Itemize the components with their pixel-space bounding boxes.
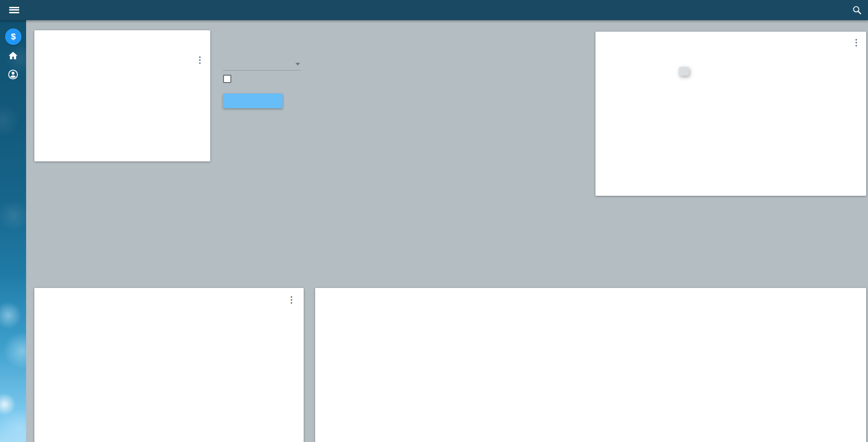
dollar-icon[interactable]: $ — [5, 28, 22, 45]
x-axis-labels — [76, 128, 208, 151]
kebab-menu-icon[interactable]: ⋮ — [287, 296, 296, 304]
chart-select-dropdown[interactable] — [223, 59, 301, 71]
chart-card: ⋮ — [34, 30, 210, 161]
person-icon[interactable] — [7, 69, 19, 82]
line-chart-plot — [76, 92, 208, 129]
top-navbar — [0, 0, 868, 20]
donut-chart — [55, 326, 165, 436]
funnel-card: ⋮ — [595, 32, 866, 196]
donut-center-text — [74, 373, 147, 375]
search-icon[interactable] — [852, 5, 862, 15]
kebab-menu-icon[interactable]: ⋮ — [196, 56, 204, 64]
funnel-tooltip — [679, 67, 689, 76]
funnel-chart — [595, 32, 866, 196]
home-icon[interactable] — [8, 50, 18, 63]
checkbox-icon[interactable] — [223, 75, 231, 83]
sidebar-background — [0, 0, 26, 442]
donut-card: ⋮ — [34, 288, 304, 442]
chevron-down-icon — [295, 63, 300, 66]
hamburger-menu-icon[interactable] — [9, 7, 19, 13]
select-next-button[interactable] — [223, 94, 283, 108]
app-root: $ ⋮ — [0, 0, 868, 442]
fit-card — [315, 288, 866, 442]
